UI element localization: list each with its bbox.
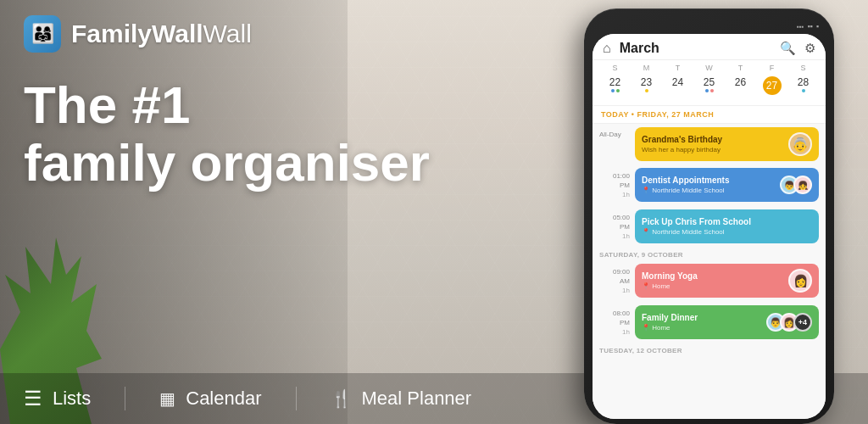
event-row-birthday[interactable]: All-Day Grandma's Birthday Wish her a ha… — [593, 124, 826, 165]
day-header-s2: S — [787, 64, 819, 74]
event-info-yoga: Morning Yoga 📍 Home — [642, 271, 785, 290]
event-card-dentist[interactable]: Dentist Appointments 📍 Northride Middle … — [635, 168, 819, 202]
app-logo-icon: 👨‍👩‍👧 — [24, 15, 61, 53]
event-row-yoga[interactable]: 09:00 AM 1h Morning Yoga 📍 Home 👩 — [593, 260, 826, 301]
cal-day-26[interactable]: 26 — [725, 74, 756, 102]
tagline-line1: The #1 — [24, 75, 190, 134]
bottom-item-lists[interactable]: ☰ Lists — [24, 387, 91, 410]
dinner-avatar-count: +4 — [793, 313, 812, 332]
day-header-s1: S — [599, 64, 631, 74]
dentist-avatars: 👦 👧 — [780, 176, 812, 194]
day-header-f: F — [756, 64, 787, 74]
phone-mockup: ▪▪▪ ▪▪ ▪ ⌂ March 🔍 ⚙ S M T — [584, 8, 834, 424]
cal-day-25[interactable]: 25 — [693, 74, 725, 102]
day-header-t2: T — [725, 64, 756, 74]
event-title-birthday: Grandma's Birthday — [642, 135, 785, 145]
section-saturday: SATURDAY, 9 OCTOBER — [593, 248, 826, 260]
dot — [645, 89, 648, 92]
event-subtitle-birthday: Wish her a happy birthday — [642, 146, 785, 153]
calendar-header: ⌂ March 🔍 ⚙ — [593, 34, 826, 60]
pickup-duration: 1h — [622, 232, 630, 240]
allday-label: All-Day — [599, 127, 630, 161]
avatar-2: 👧 — [793, 176, 812, 194]
search-icon[interactable]: 🔍 — [780, 41, 796, 56]
dinner-avatars: 👨 👩 +4 — [766, 313, 812, 332]
dot — [802, 89, 805, 92]
section-tuesday: TUESDAY, 12 OCTOBER — [593, 343, 826, 356]
calendar-nav-left: ⌂ March — [603, 41, 659, 56]
event-title-pickup: Pick Up Chris From School — [642, 217, 812, 227]
calendar-icon: ▦ — [159, 388, 175, 409]
event-title-yoga: Morning Yoga — [642, 271, 785, 282]
dot — [768, 96, 771, 99]
phone-screen: ⌂ March 🔍 ⚙ S M T W T F S 22 — [593, 34, 826, 419]
calendar-nav-right: 🔍 ⚙ — [780, 41, 815, 56]
tagline-line2: family organiser — [24, 133, 430, 192]
event-time-dinner: 08:00 PM 1h — [599, 305, 630, 339]
yoga-duration: 1h — [622, 287, 630, 294]
event-info-dentist: Dentist Appointments 📍 Northride Middle … — [642, 176, 776, 194]
dot — [710, 89, 714, 92]
dentist-duration: 1h — [622, 191, 630, 198]
event-info-birthday: Grandma's Birthday Wish her a happy birt… — [642, 135, 785, 153]
calendar-label: Calendar — [186, 388, 261, 410]
cal-day-23[interactable]: 23 — [631, 74, 662, 102]
event-row-dinner[interactable]: 08:00 PM 1h Family Dinner 📍 Home 👨 👩 +4 — [593, 302, 826, 343]
event-time-yoga: 09:00 AM 1h — [599, 264, 630, 298]
event-info-dinner: Family Dinner 📍 Home — [642, 313, 763, 332]
birthday-avatar: 👵 — [788, 132, 812, 156]
home-nav-icon[interactable]: ⌂ — [603, 41, 611, 56]
day-header-t1: T — [662, 64, 693, 74]
meal-planner-label: Meal Planner — [362, 388, 472, 410]
dot — [611, 89, 615, 92]
event-time-dentist: 01:00 PM 1h — [599, 168, 630, 202]
event-title-dinner: Family Dinner — [642, 313, 763, 323]
calendar-week: S M T W T F S 22 23 — [593, 60, 826, 106]
event-row-dentist[interactable]: 01:00 PM 1h Dentist Appointments 📍 North… — [593, 165, 826, 205]
event-subtitle-pickup: 📍 Northride Middle School — [642, 228, 812, 236]
event-card-pickup[interactable]: Pick Up Chris From School 📍 Northride Mi… — [635, 209, 819, 243]
meal-planner-icon: 🍴 — [331, 388, 352, 409]
dot — [773, 96, 776, 99]
events-list: TODAY • FRIDAY, 27 MARCH All-Day Grandma… — [593, 106, 826, 419]
logo-text: FamilyWall Wall — [71, 20, 252, 48]
lists-label: Lists — [53, 388, 91, 410]
settings-icon[interactable]: ⚙ — [804, 41, 815, 56]
battery-icon: ▪ — [816, 22, 819, 31]
calendar-month: March — [620, 41, 659, 56]
event-card-dinner[interactable]: Family Dinner 📍 Home 👨 👩 +4 — [635, 305, 819, 339]
divider-1 — [125, 387, 125, 410]
event-info-pickup: Pick Up Chris From School 📍 Northride Mi… — [642, 217, 812, 236]
bottom-item-calendar[interactable]: ▦ Calendar — [159, 388, 261, 410]
wifi-icon: ▪▪ — [807, 22, 812, 31]
phone-status-bar: ▪▪▪ ▪▪ ▪ — [593, 20, 826, 34]
cal-day-27-today[interactable]: 27 — [756, 74, 787, 102]
phone-outer: ▪▪▪ ▪▪ ▪ ⌂ March 🔍 ⚙ S M T — [584, 8, 834, 424]
dinner-duration: 1h — [622, 328, 630, 336]
event-time-pickup: 05:00 PM 1h — [599, 209, 630, 243]
logo-family: FamilyWall — [71, 20, 203, 48]
dot — [616, 89, 620, 92]
logo-emoji: 👨‍👩‍👧 — [31, 23, 54, 45]
day-header-w: W — [693, 64, 725, 74]
bottom-item-meal-planner[interactable]: 🍴 Meal Planner — [331, 388, 472, 410]
event-row-pickup[interactable]: 05:00 PM 1h Pick Up Chris From School 📍 … — [593, 206, 826, 247]
cal-day-22[interactable]: 22 — [599, 74, 631, 102]
tagline: The #1 family organiser — [24, 76, 448, 192]
event-subtitle-yoga: 📍 Home — [642, 282, 785, 290]
signal-icon: ▪▪▪ — [797, 23, 804, 31]
event-card-birthday[interactable]: Grandma's Birthday Wish her a happy birt… — [635, 127, 819, 161]
cal-day-24[interactable]: 24 — [662, 74, 693, 102]
cal-day-28[interactable]: 28 — [787, 74, 819, 102]
lists-icon: ☰ — [24, 387, 42, 410]
day-header-m: M — [631, 64, 662, 74]
today-banner: TODAY • FRIDAY, 27 MARCH — [593, 106, 826, 124]
logo-wall: Wall — [203, 20, 252, 48]
event-subtitle-dinner: 📍 Home — [642, 324, 763, 332]
event-card-yoga[interactable]: Morning Yoga 📍 Home 👩 — [635, 264, 819, 298]
divider-2 — [296, 387, 297, 410]
event-title-dentist: Dentist Appointments — [642, 176, 776, 186]
event-subtitle-dentist: 📍 Northride Middle School — [642, 187, 776, 194]
yoga-avatar: 👩 — [788, 269, 812, 293]
dot — [705, 89, 709, 92]
